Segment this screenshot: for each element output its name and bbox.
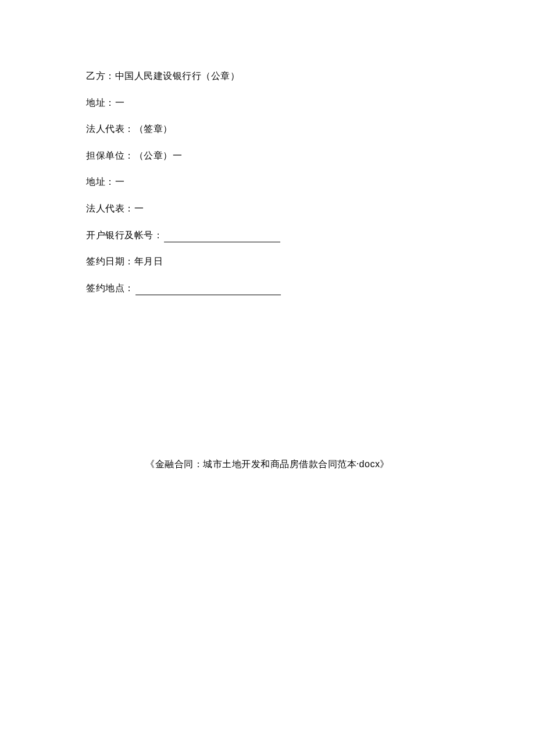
- blank-underline: [164, 234, 280, 242]
- bank-account-label: 开户银行及帐号：: [86, 230, 163, 240]
- legal-rep-line-2: 法人代表：一: [86, 201, 449, 216]
- footer-ext: docx: [359, 459, 380, 469]
- address-line-1: 地址：一: [86, 95, 449, 110]
- address-line-2: 地址：一: [86, 174, 449, 189]
- signing-place-label: 签约地点：: [86, 283, 134, 293]
- blank-underline: [135, 287, 281, 295]
- document-page: 乙方：中国人民建设银行行（公章） 地址：一 法人代表：（签章） 担保单位：（公章…: [0, 0, 535, 295]
- signing-place-line: 签约地点：: [86, 281, 449, 296]
- footer-title: 《金融合同：城市土地开发和商品房借款合同范本·docx》: [0, 458, 535, 471]
- guarantor-line: 担保单位：（公章）一: [86, 148, 449, 163]
- bank-account-line: 开户银行及帐号：: [86, 228, 449, 243]
- footer-prefix: 《金融合同：城市土地开发和商品房借款合同范本: [145, 459, 356, 469]
- party-b-line: 乙方：中国人民建设银行行（公章）: [86, 69, 449, 84]
- legal-rep-line-1: 法人代表：（签章）: [86, 121, 449, 137]
- footer-suffix: 》: [380, 459, 390, 469]
- signing-date-line: 签约日期：年月日: [86, 254, 449, 269]
